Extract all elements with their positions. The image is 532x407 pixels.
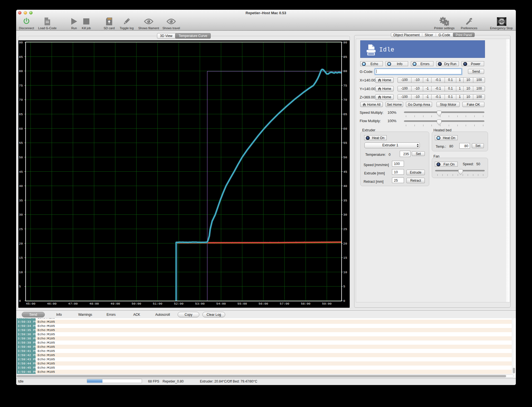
svg-text:90: 90 (19, 41, 23, 44)
svg-text:80: 80 (343, 69, 347, 73)
svg-text:5: 5 (19, 285, 21, 288)
svg-text:30: 30 (343, 213, 347, 216)
svg-text:90: 90 (343, 41, 347, 44)
svg-text:65: 65 (19, 112, 23, 116)
svg-text:50: 50 (343, 156, 347, 159)
svg-text:40: 40 (19, 184, 23, 188)
svg-text:59:00: 59:00 (322, 302, 332, 305)
svg-text:25: 25 (19, 227, 23, 231)
svg-text:35: 35 (343, 199, 347, 202)
svg-text:75: 75 (19, 84, 23, 87)
svg-text:0: 0 (19, 299, 21, 303)
svg-text:70: 70 (19, 98, 23, 102)
svg-text:50: 50 (19, 156, 23, 159)
svg-text:5: 5 (343, 285, 345, 288)
svg-text:30: 30 (19, 213, 23, 216)
svg-text:54:00: 54:00 (216, 302, 226, 305)
svg-text:85: 85 (19, 55, 23, 59)
svg-text:46:00: 46:00 (47, 302, 57, 305)
svg-text:58:00: 58:00 (301, 302, 311, 305)
svg-text:52:00: 52:00 (174, 302, 184, 305)
svg-text:45: 45 (19, 170, 23, 174)
svg-text:20: 20 (343, 242, 347, 245)
svg-text:50:00: 50:00 (132, 302, 141, 305)
svg-text:53:00: 53:00 (195, 302, 205, 305)
svg-text:80: 80 (19, 69, 23, 73)
svg-text:51:00: 51:00 (153, 302, 163, 305)
svg-text:0: 0 (343, 299, 345, 303)
svg-text:20: 20 (19, 242, 23, 245)
svg-text:70: 70 (343, 98, 347, 102)
svg-text:15: 15 (19, 256, 23, 260)
svg-text:56:00: 56:00 (259, 302, 268, 305)
svg-text:49:00: 49:00 (111, 302, 120, 305)
svg-text:57:00: 57:00 (280, 302, 290, 305)
svg-text:55: 55 (19, 141, 23, 145)
svg-text:75: 75 (343, 84, 347, 87)
svg-text:25: 25 (343, 227, 347, 231)
svg-text:45: 45 (343, 170, 347, 174)
svg-text:55:00: 55:00 (237, 302, 247, 305)
svg-text:15: 15 (343, 256, 347, 260)
svg-text:10: 10 (19, 270, 23, 274)
svg-text:35: 35 (19, 199, 23, 202)
svg-text:55: 55 (343, 141, 347, 145)
svg-text:60: 60 (343, 127, 347, 130)
svg-text:40: 40 (343, 184, 347, 188)
svg-text:48:00: 48:00 (89, 302, 99, 305)
svg-text:60: 60 (19, 127, 23, 130)
svg-text:10: 10 (343, 270, 347, 274)
svg-text:85: 85 (343, 55, 347, 59)
svg-text:47:00: 47:00 (68, 302, 78, 305)
svg-text:65: 65 (343, 112, 347, 116)
svg-text:45:00: 45:00 (26, 302, 36, 305)
